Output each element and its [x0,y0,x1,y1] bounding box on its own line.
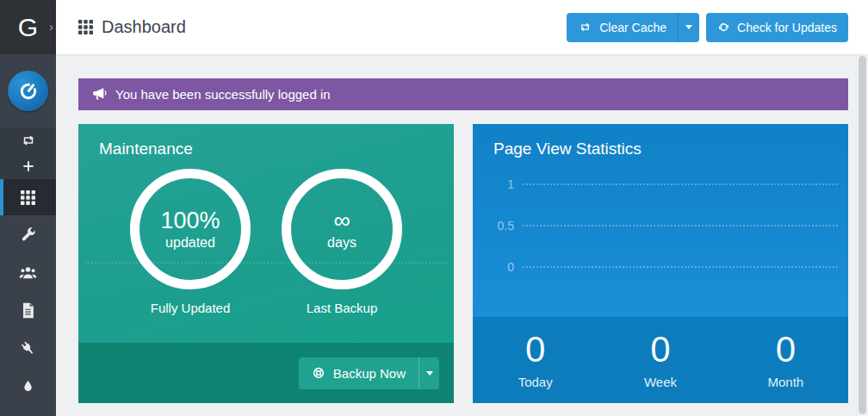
maintenance-card: Maintenance 100% updated Fully Updated [78,124,454,403]
ytick-label: 0 [473,260,523,274]
dashboard-cards: Maintenance 100% updated Fully Updated [78,124,848,403]
backup-value: ∞ [333,208,350,234]
plus-icon [22,159,35,173]
stat-week: 0 Week [598,317,722,403]
sidebar-item-tools[interactable] [0,215,56,253]
texture-line [85,262,447,264]
gridline-row: 0.5 [473,205,848,246]
stat-today-value: 0 [525,332,545,368]
caret-down-icon [685,25,692,29]
maintenance-title: Maintenance [99,140,433,158]
page-views-title: Page View Statistics [493,140,848,158]
life-ring-icon [312,366,326,380]
clear-cache-dropdown-toggle[interactable] [678,13,699,42]
sidebar-item-dashboard[interactable] [0,179,56,215]
refresh-icon [717,21,730,34]
page-views-chart: 1 0.5 0 [473,164,848,288]
fully-updated-stat: 100% updated Fully Updated [130,169,251,315]
maintenance-rings: 100% updated Fully Updated ∞ days [99,169,433,315]
updated-ring: 100% updated [130,169,251,289]
vertical-scrollbar [856,54,868,416]
sidebar-nav [0,127,56,405]
ytick-label: 1 [473,177,523,191]
updated-caption: Fully Updated [151,301,231,315]
sidebar-item-add[interactable] [0,153,56,179]
caret-down-icon [426,371,433,376]
stat-month-value: 0 [776,332,796,368]
backup-dropdown-toggle[interactable] [418,357,439,389]
sidebar-item-plugins[interactable] [0,329,56,367]
sidebar-item-pages[interactable] [0,291,56,329]
file-text-icon [21,302,35,319]
sidebar-nav-group [0,127,56,215]
app-root: G › [0,0,868,416]
users-icon [19,264,37,281]
backup-ring: ∞ days [282,169,402,289]
check-for-updates-button[interactable]: Check for Updates [706,13,848,42]
sidebar: G › [0,0,56,416]
backup-now-label: Backup Now [333,366,406,381]
plug-icon [20,340,36,357]
page-views-body: Page View Statistics 1 0.5 0 [473,124,848,317]
gridline [523,225,838,227]
bullhorn-icon [91,87,107,102]
banner-message: You have been successfully logged in [115,87,331,102]
gridline-row: 1 [473,164,848,205]
updated-value: 100% [160,208,220,234]
wrench-icon [21,227,36,242]
stat-today-label: Today [518,375,553,389]
backup-now-button[interactable]: Backup Now [299,357,439,389]
stat-month-label: Month [767,375,803,389]
scrollbar-thumb[interactable] [859,56,866,414]
page-title: Dashboard [102,17,186,37]
gridline [523,266,838,268]
power-icon [17,80,40,102]
sidebar-toggle-chevron-icon[interactable]: › [49,19,53,34]
power-logo-wrap [0,54,56,127]
login-success-banner: You have been successfully logged in [78,78,848,110]
logo-letter: G [18,13,38,42]
retweet-icon [21,133,36,148]
header-actions: Clear Cache Check for U [567,13,848,42]
dashboard-grid-icon [78,20,93,34]
sidebar-item-theme[interactable] [0,367,56,405]
droplet-icon [22,378,34,394]
clear-cache-label: Clear Cache [599,21,666,34]
stat-month: 0 Month [723,317,848,403]
retweet-icon [578,21,592,34]
stat-week-value: 0 [650,332,670,368]
page-title-group: Dashboard [78,17,186,37]
sidebar-item-users[interactable] [0,253,56,291]
sidebar-item-sync[interactable] [0,127,56,153]
maintenance-footer: Backup Now [78,343,454,403]
stat-today: 0 Today [473,317,598,403]
page-views-summary: 0 Today 0 Week 0 Month [473,317,848,403]
updated-unit: updated [165,235,215,251]
last-backup-stat: ∞ days Last Backup [282,169,402,315]
stat-week-label: Week [644,375,677,389]
backup-caption: Last Backup [307,301,378,315]
main-area: Dashboard Clear Cache [56,0,868,416]
content: You have been successfully logged in Mai… [56,54,868,403]
gridline [523,183,838,185]
power-button[interactable] [8,71,48,111]
gridline-row: 0 [473,246,848,288]
logo[interactable]: G › [0,0,56,54]
page-view-statistics-card: Page View Statistics 1 0.5 0 [473,124,848,403]
ytick-label: 0.5 [473,219,523,233]
backup-unit: days [327,235,356,251]
clear-cache-button[interactable]: Clear Cache [567,13,699,42]
maintenance-body: Maintenance 100% updated Fully Updated [78,124,454,343]
check-for-updates-label: Check for Updates [737,21,837,34]
app-header: Dashboard Clear Cache [56,0,868,54]
grid-icon [21,190,35,205]
